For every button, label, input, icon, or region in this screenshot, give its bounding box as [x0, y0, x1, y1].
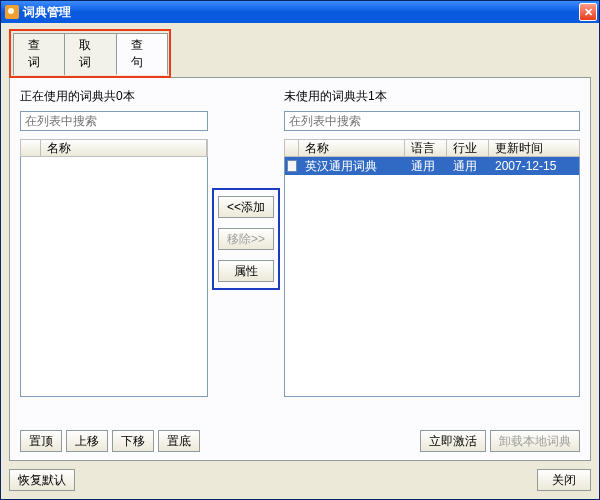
right-list-header: 名称 语言 行业 更新时间 — [284, 139, 580, 157]
right-header-lang[interactable]: 语言 — [405, 140, 447, 156]
close-button[interactable]: 关闭 — [537, 469, 591, 491]
titlebar: 词典管理 ✕ — [1, 1, 599, 23]
left-column: 正在使用的词典共0本 名称 — [20, 88, 208, 422]
right-title: 未使用的词典共1本 — [284, 88, 580, 105]
tabs-highlight: 查词 取词 查句 — [9, 29, 171, 78]
left-list-header: 名称 — [20, 139, 208, 157]
panel: 正在使用的词典共0本 名称 <<添加 移除>> 属性 — [9, 77, 591, 461]
remove-button: 移除>> — [218, 228, 274, 250]
row-lang: 通用 — [405, 158, 447, 175]
tab-fetch[interactable]: 取词 — [64, 33, 116, 75]
row-ind: 通用 — [447, 158, 489, 175]
client-area: 查词 取词 查句 正在使用的词典共0本 名称 <<添加 — [1, 23, 599, 499]
tab-examine[interactable]: 查句 — [116, 33, 168, 75]
row-date: 2007-12-15 — [489, 159, 579, 173]
tab-check[interactable]: 查词 — [13, 33, 65, 75]
window: 词典管理 ✕ 查词 取词 查句 正在使用的词典共0本 名称 — [0, 0, 600, 500]
down-button[interactable]: 下移 — [112, 430, 154, 452]
right-bottom-group: 立即激活 卸载本地词典 — [420, 430, 580, 452]
titlebar-left: 词典管理 — [5, 4, 71, 21]
left-search-input[interactable] — [20, 111, 208, 131]
left-header-icon — [21, 140, 41, 156]
activate-button[interactable]: 立即激活 — [420, 430, 486, 452]
row-name: 英汉通用词典 — [299, 158, 405, 175]
mid-highlight: <<添加 移除>> 属性 — [212, 188, 280, 290]
add-button[interactable]: <<添加 — [218, 196, 274, 218]
table-row[interactable]: 英汉通用词典 通用 通用 2007-12-15 — [285, 157, 579, 175]
left-header-name[interactable]: 名称 — [41, 140, 207, 156]
uninstall-button: 卸载本地词典 — [490, 430, 580, 452]
footer: 恢复默认 关闭 — [9, 461, 591, 491]
row-doc-icon — [285, 160, 299, 172]
right-header-name[interactable]: 名称 — [299, 140, 405, 156]
bottom-button[interactable]: 置底 — [158, 430, 200, 452]
right-search-input[interactable] — [284, 111, 580, 131]
columns: 正在使用的词典共0本 名称 <<添加 移除>> 属性 — [20, 88, 580, 422]
window-title: 词典管理 — [23, 4, 71, 21]
up-button[interactable]: 上移 — [66, 430, 108, 452]
right-column: 未使用的词典共1本 名称 语言 行业 更新时间 英汉通用词典 通用 — [284, 88, 580, 422]
props-button[interactable]: 属性 — [218, 260, 274, 282]
left-bottom-group: 置顶 上移 下移 置底 — [20, 430, 200, 452]
bottom-row: 置顶 上移 下移 置底 立即激活 卸载本地词典 — [20, 430, 580, 452]
left-list-body[interactable] — [20, 157, 208, 397]
top-button[interactable]: 置顶 — [20, 430, 62, 452]
right-list-body[interactable]: 英汉通用词典 通用 通用 2007-12-15 — [284, 157, 580, 397]
right-header-icon — [285, 140, 299, 156]
tabs: 查词 取词 查句 — [13, 33, 167, 75]
left-title: 正在使用的词典共0本 — [20, 88, 208, 105]
restore-defaults-button[interactable]: 恢复默认 — [9, 469, 75, 491]
app-icon — [5, 5, 19, 19]
mid-column: <<添加 移除>> 属性 — [208, 88, 284, 422]
close-icon[interactable]: ✕ — [579, 3, 597, 21]
right-header-ind[interactable]: 行业 — [447, 140, 489, 156]
right-header-date[interactable]: 更新时间 — [489, 140, 579, 156]
